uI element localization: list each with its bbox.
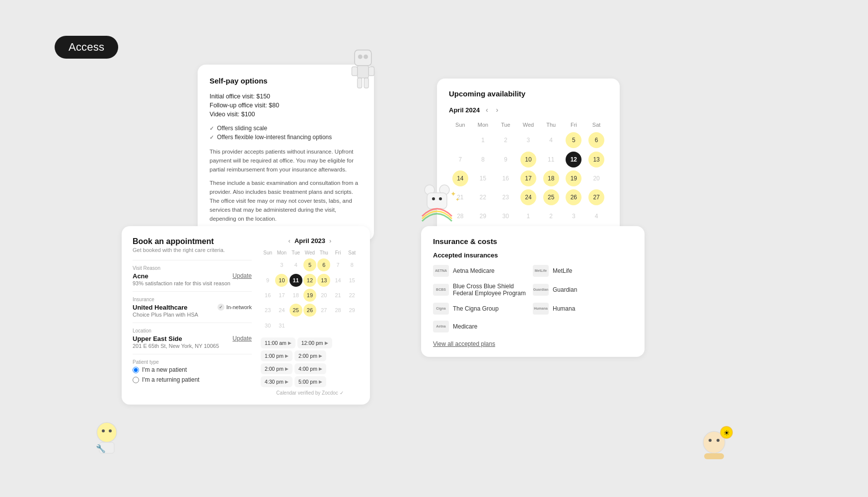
cal-day: 27 [588, 189, 604, 205]
time-slot-6[interactable]: 4:30 pm ▶ [261, 376, 292, 387]
book-day-cell[interactable]: 5 [303, 257, 317, 273]
fox-mascot: ☀ [689, 422, 739, 462]
time-slot-0[interactable]: 11:00 am ▶ [261, 337, 295, 348]
book-day-cell[interactable]: 6 [317, 257, 331, 273]
check-list: Offers sliding scale Offers flexible low… [210, 125, 362, 141]
new-patient-option[interactable]: I'm a new patient [133, 366, 252, 373]
avail-day-cell[interactable]: 6 [585, 130, 608, 150]
avail-day-cell[interactable]: 19 [563, 169, 585, 188]
insurance-logo-4: Cigna [433, 303, 449, 315]
avail-day-cell: 30 [494, 207, 517, 226]
cal-day: 7 [452, 152, 468, 167]
book-day-cell[interactable]: 25 [289, 303, 303, 318]
time-slot-5[interactable]: 4:00 pm ▶ [294, 363, 326, 374]
avail-day-cell[interactable]: 18 [540, 169, 563, 188]
insurance-name-5: Humana [553, 305, 575, 312]
svg-rect-25 [704, 453, 724, 459]
insurance-card: Insurance & costs Accepted insurances AE… [421, 226, 645, 357]
insurance-logo-1: MetLife [533, 265, 549, 277]
returning-patient-option[interactable]: I'm a returning patient [133, 376, 252, 383]
insurance-value: United Healthcare [133, 304, 198, 311]
svg-point-1 [358, 55, 362, 59]
avail-day-cell[interactable]: 5 [563, 130, 585, 150]
avail-day-cell[interactable]: 14 [449, 169, 472, 188]
book-day-cell [345, 318, 359, 333]
book-cal-day: 29 [346, 304, 359, 317]
cal-day: 5 [566, 132, 581, 148]
returning-patient-radio[interactable] [133, 377, 139, 383]
availability-prev-button[interactable]: ‹ [484, 105, 490, 115]
cal-day: 13 [588, 152, 604, 167]
book-cal-day: 9 [261, 274, 274, 287]
book-day-cell[interactable]: 12 [303, 273, 317, 288]
cal-day: 19 [566, 170, 581, 186]
accepted-label: Accepted insurances [433, 251, 633, 259]
returning-patient-label: I'm a returning patient [142, 376, 200, 383]
avail-day-cell[interactable]: 17 [517, 169, 540, 188]
avail-day-cell: 29 [472, 207, 495, 226]
book-day-cell: 15 [345, 273, 359, 288]
avail-day-cell[interactable]: 25 [540, 188, 563, 207]
location-section: Location Upper East Side 201 E 65th St, … [133, 323, 252, 354]
avail-day-cell[interactable]: 10 [517, 150, 540, 169]
cal-day: 12 [566, 152, 581, 167]
cal-day: 18 [543, 170, 559, 186]
book-day-cell: 9 [261, 273, 275, 288]
book-day-cell[interactable]: 13 [317, 273, 331, 288]
self-pay-desc-2: These include a basic examination and co… [210, 179, 362, 223]
book-day-cell[interactable]: 19 [303, 288, 317, 303]
book-day-cell: 31 [275, 318, 289, 333]
book-day-cell [331, 318, 345, 333]
time-slot-2[interactable]: 1:00 pm ▶ [261, 350, 292, 361]
cal-day: 20 [588, 170, 604, 186]
avail-day-cell: 23 [494, 188, 517, 207]
video-icon: ▶ [285, 366, 289, 371]
time-slot-1[interactable]: 12:00 pm ▶ [297, 337, 332, 348]
visit-reason-sub: 93% satisfaction rate for this visit rea… [133, 280, 230, 286]
insurance-heading: Insurance & costs [433, 237, 633, 246]
cal-day: 24 [520, 189, 536, 205]
cal-day: 15 [475, 170, 491, 186]
svg-rect-18 [99, 442, 114, 453]
insurance-label: Insurance [133, 297, 198, 302]
book-cal-day [332, 319, 345, 331]
book-day-cell: 16 [261, 288, 275, 303]
book-dow-wed: Wed [303, 248, 317, 257]
book-cal-day: 12 [303, 274, 316, 287]
avail-day-cell[interactable]: 13 [585, 150, 608, 169]
book-cal-day: 3 [275, 258, 288, 271]
book-cal-prev[interactable]: ‹ [289, 237, 290, 245]
avail-day-cell[interactable]: 12 [563, 150, 585, 169]
book-heading: Book an appointment [133, 237, 252, 246]
book-cal-day: 24 [275, 304, 288, 317]
avail-day-cell[interactable]: 24 [517, 188, 540, 207]
book-day-cell[interactable]: 11 [289, 273, 303, 288]
book-cal-next[interactable]: › [329, 237, 331, 245]
cal-day: 3 [566, 208, 581, 224]
cal-day: 29 [475, 208, 491, 224]
visit-reason-update[interactable]: Update [232, 272, 252, 279]
location-update[interactable]: Update [232, 335, 252, 342]
book-day-cell[interactable]: 26 [303, 303, 317, 318]
avail-day-cell[interactable]: 26 [563, 188, 585, 207]
avail-day-cell[interactable]: 27 [585, 188, 608, 207]
book-cal-day: 13 [317, 274, 330, 287]
new-patient-radio[interactable] [133, 367, 139, 373]
cal-verified: Calendar verified by Zocdoc ✓ [261, 390, 359, 396]
cal-day: 4 [543, 132, 559, 148]
visit-reason-info: Visit Reason Acne 93% satisfaction rate … [133, 265, 230, 286]
time-slot-7[interactable]: 5:00 pm ▶ [294, 376, 326, 387]
book-day-cell[interactable]: 10 [275, 273, 289, 288]
time-slot-4[interactable]: 2:00 pm ▶ [261, 363, 292, 374]
time-slot-3[interactable]: 2:00 pm ▶ [294, 350, 326, 361]
availability-next-button[interactable]: › [494, 105, 501, 115]
book-cal-day: 10 [275, 274, 288, 287]
view-all-plans-link[interactable]: View all accepted plans [433, 340, 495, 347]
cal-day: 3 [520, 132, 536, 148]
svg-point-15 [97, 422, 117, 442]
book-day-cell [289, 318, 303, 333]
video-icon: ▶ [285, 353, 289, 358]
insurance-name-3: Guardian [553, 286, 577, 293]
avail-day-cell: 11 [540, 150, 563, 169]
insurance-item-6: AetnaMedicare [433, 321, 533, 332]
